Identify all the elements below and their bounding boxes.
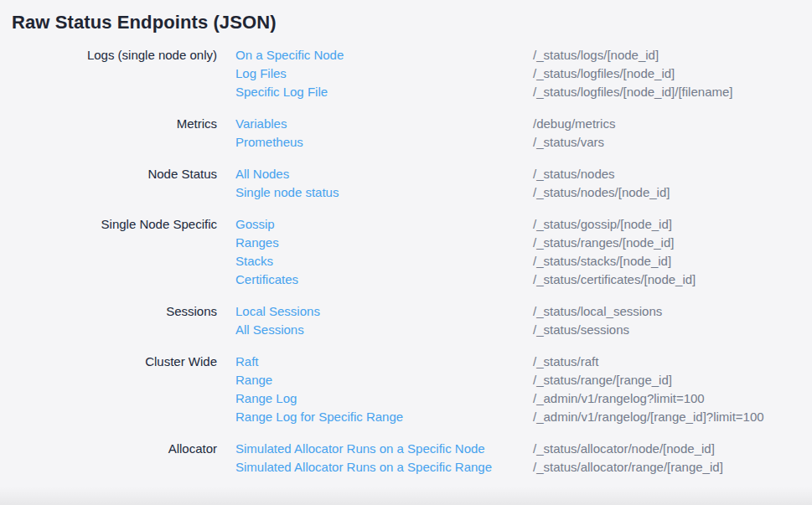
endpoint-section: SessionsLocal Sessions/_status/local_ses… <box>12 302 812 339</box>
category-label: Node Status <box>12 165 217 183</box>
category-label: Metrics <box>12 115 217 133</box>
endpoint-path: /_status/ranges/[node_id] <box>533 234 812 252</box>
endpoint-link[interactable]: Prometheus <box>235 133 515 152</box>
endpoint-section: MetricsVariables/debug/metricsPrometheus… <box>12 115 812 152</box>
endpoint-link[interactable]: All Nodes <box>235 165 515 183</box>
endpoint-link[interactable]: Range Log <box>235 389 515 408</box>
endpoint-path: /_status/allocator/node/[node_id] <box>533 440 812 458</box>
endpoint-section: AllocatorSimulated Allocator Runs on a S… <box>12 440 812 477</box>
endpoint-path: /_status/nodes/[node_id] <box>533 183 812 202</box>
endpoint-path: /_status/raft <box>533 353 812 371</box>
endpoint-path: /_status/logfiles/[node_id] <box>533 64 812 83</box>
endpoint-path: /_status/range/[range_id] <box>533 371 812 389</box>
endpoint-link[interactable]: Simulated Allocator Runs on a Specific N… <box>235 440 515 458</box>
endpoint-link[interactable]: Gossip <box>235 215 515 234</box>
endpoint-link[interactable]: Range <box>235 371 515 389</box>
bottom-edge-shade <box>0 487 812 505</box>
debug-endpoints-page: Raw Status Endpoints (JSON) Logs (single… <box>0 0 812 477</box>
category-label: Logs (single node only) <box>12 46 217 64</box>
category-label: Sessions <box>12 302 217 321</box>
endpoint-link[interactable]: Range Log for Specific Range <box>235 408 515 426</box>
category-label: Cluster Wide <box>12 353 217 371</box>
endpoint-link[interactable]: Local Sessions <box>235 302 515 321</box>
endpoint-section: Node StatusAll Nodes/_status/nodesSingle… <box>12 165 812 202</box>
endpoint-path: /_status/sessions <box>533 321 812 339</box>
category-label: Single Node Specific <box>12 215 217 234</box>
endpoint-path: /_admin/v1/rangelog?limit=100 <box>533 389 812 408</box>
endpoint-link[interactable]: Certificates <box>235 271 515 289</box>
endpoint-link[interactable]: Log Files <box>235 64 515 83</box>
endpoint-path: /_status/vars <box>533 133 812 152</box>
endpoint-path: /_status/nodes <box>533 165 812 183</box>
endpoint-path: /_status/logs/[node_id] <box>533 46 812 64</box>
endpoint-link[interactable]: Specific Log File <box>235 83 515 101</box>
endpoint-link[interactable]: On a Specific Node <box>235 46 515 64</box>
endpoint-path: /_status/gossip/[node_id] <box>533 215 812 234</box>
endpoint-link[interactable]: Variables <box>235 115 515 133</box>
endpoint-link[interactable]: Stacks <box>235 252 515 271</box>
endpoint-path: /_status/stacks/[node_id] <box>533 252 812 271</box>
endpoints-table: Logs (single node only)On a Specific Nod… <box>12 46 812 477</box>
endpoint-path: /_status/certificates/[node_id] <box>533 271 812 289</box>
endpoint-link[interactable]: Single node status <box>235 183 515 202</box>
endpoint-path: /_status/logfiles/[node_id]/[filename] <box>533 83 812 101</box>
endpoint-section: Logs (single node only)On a Specific Nod… <box>12 46 812 101</box>
endpoint-link[interactable]: All Sessions <box>235 321 515 339</box>
endpoint-section: Cluster WideRaft/_status/raftRange/_stat… <box>12 353 812 426</box>
endpoint-section: Single Node SpecificGossip/_status/gossi… <box>12 215 812 289</box>
endpoint-path: /_status/local_sessions <box>533 302 812 321</box>
endpoint-link[interactable]: Ranges <box>235 234 515 252</box>
endpoint-path: /_status/allocator/range/[range_id] <box>533 458 812 477</box>
category-label: Allocator <box>12 440 217 458</box>
endpoint-path: /_admin/v1/rangelog/[range_id]?limit=100 <box>533 408 812 426</box>
endpoint-link[interactable]: Raft <box>235 353 515 371</box>
endpoint-path: /debug/metrics <box>533 115 812 133</box>
page-title: Raw Status Endpoints (JSON) <box>12 11 812 34</box>
endpoint-link[interactable]: Simulated Allocator Runs on a Specific R… <box>235 458 515 477</box>
